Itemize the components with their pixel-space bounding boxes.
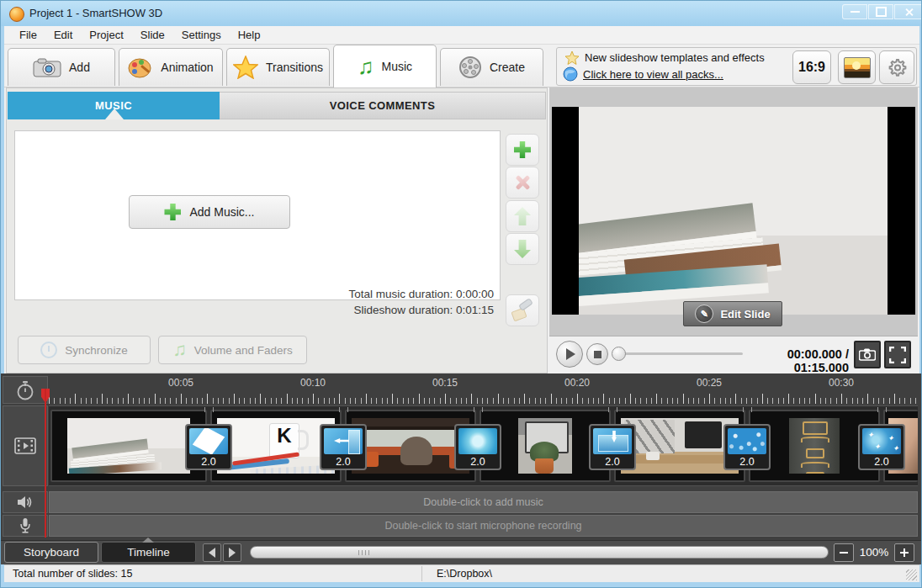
tab-transitions[interactable]: Transitions <box>226 48 330 86</box>
menu-project[interactable]: Project <box>81 27 131 43</box>
tab-create[interactable]: Create <box>440 48 543 86</box>
note-icon: ♫ <box>172 341 187 359</box>
tab-voice-comments[interactable]: VOICE COMMENTS <box>220 92 546 119</box>
status-divider <box>421 566 422 581</box>
tab-music[interactable]: ♫ Music <box>333 45 437 87</box>
ruler-label: 00:15 <box>432 377 458 389</box>
gear-icon <box>886 56 908 78</box>
tab-create-label: Create <box>490 61 525 74</box>
play-button[interactable] <box>556 341 583 368</box>
slide-junction-handle[interactable] <box>608 407 617 412</box>
window-title: Project 1 - SmartSHOW 3D <box>29 7 162 19</box>
transition-badge[interactable]: 2.0 <box>589 424 636 470</box>
scroll-right-button[interactable] <box>223 543 241 562</box>
arrow-down-icon <box>514 240 531 258</box>
stop-button[interactable] <box>586 343 608 365</box>
mic-track[interactable]: Double-click to start microphone recordi… <box>49 515 918 537</box>
ruler-minor-ticks <box>49 398 918 404</box>
menu-slide[interactable]: Slide <box>132 27 173 43</box>
add-music-button[interactable]: Add Music... <box>129 195 290 229</box>
add-track-button[interactable] <box>506 134 539 166</box>
right-arrow-icon <box>229 548 236 558</box>
transition-badge[interactable]: 2.0 <box>185 424 232 470</box>
music-track[interactable]: Double-click to add music <box>49 491 918 513</box>
pencil-icon: ✎ <box>695 305 713 323</box>
ruler-label: 00:25 <box>697 377 722 389</box>
menu-edit[interactable]: Edit <box>45 27 81 43</box>
title-bar[interactable]: Project 1 - SmartSHOW 3D <box>1 1 922 26</box>
promo-headline: New slideshow templates and effects <box>585 51 765 64</box>
slide-junction-handle[interactable] <box>339 407 348 412</box>
transition-badge[interactable]: 2.0 <box>723 424 771 470</box>
fullscreen-button[interactable] <box>884 341 911 368</box>
transition-badge[interactable]: 2.0 <box>320 424 367 470</box>
storyboard-button[interactable]: Storyboard <box>4 542 98 563</box>
play-icon <box>566 348 575 360</box>
menu-file[interactable]: File <box>11 27 45 43</box>
clock-icon <box>40 342 57 358</box>
palette-icon <box>128 56 153 78</box>
edit-slide-label: Edit Slide <box>720 308 770 320</box>
minimize-button[interactable] <box>842 4 867 19</box>
transition-duration: 2.0 <box>321 456 365 468</box>
maximize-button[interactable] <box>868 4 893 19</box>
snapshot-button[interactable] <box>854 341 881 368</box>
transition-badge[interactable]: 2.0 <box>454 424 501 470</box>
slide-junction-handle[interactable] <box>474 407 483 412</box>
aspect-ratio-button[interactable]: 16:9 <box>792 50 831 84</box>
move-down-button[interactable] <box>506 233 539 265</box>
background-image-button[interactable] <box>838 50 876 84</box>
music-track-hint: Double-click to add music <box>423 496 543 508</box>
tab-animation-label: Animation <box>161 61 213 74</box>
zoom-in-button[interactable] <box>894 543 914 562</box>
mic-track-header <box>3 515 48 537</box>
timeline-button[interactable]: Timeline <box>101 542 196 563</box>
edit-slide-button[interactable]: ✎ Edit Slide <box>683 301 782 326</box>
slideshow-duration: Slideshow duration: 0:01:15 <box>292 304 494 316</box>
slide-junction-handle[interactable] <box>204 407 214 412</box>
speaker-icon <box>17 495 34 509</box>
storyboard-label: Storyboard <box>24 546 79 559</box>
scroll-left-button[interactable] <box>203 543 221 562</box>
scrollbar-grip <box>358 550 369 555</box>
menu-bar: File Edit Project Slide Settings Help <box>4 26 919 45</box>
aspect-ratio-label: 16:9 <box>798 60 825 75</box>
arrow-up-icon <box>514 207 531 225</box>
slide-junction-handle[interactable] <box>877 407 887 412</box>
plus-icon <box>514 141 531 158</box>
seek-slider-thumb[interactable] <box>612 347 626 361</box>
timeline-slide[interactable] <box>50 410 207 482</box>
resize-grip[interactable] <box>906 569 917 580</box>
move-up-button[interactable] <box>506 200 539 232</box>
globe-icon <box>563 66 578 82</box>
minimize-icon <box>850 11 860 13</box>
volume-faders-button[interactable]: ♫ Volume and Faders <box>158 336 307 364</box>
left-arrow-icon <box>209 548 215 558</box>
active-view-notch <box>142 538 154 543</box>
mic-track-hint: Double-click to start microphone recordi… <box>384 520 581 532</box>
menu-settings[interactable]: Settings <box>173 27 230 43</box>
tab-music-label: Music <box>381 60 412 73</box>
transition-duration: 2.0 <box>860 456 903 468</box>
snapshot-camera-icon <box>859 348 876 361</box>
tab-animation[interactable]: Animation <box>119 48 223 86</box>
seek-slider-track[interactable] <box>618 352 743 355</box>
timeline-scrollbar[interactable] <box>250 546 829 559</box>
clear-button[interactable] <box>506 294 539 326</box>
transition-duration: 2.0 <box>187 456 231 468</box>
app-icon <box>9 7 24 22</box>
promo-link[interactable]: Click here to view all packs... <box>583 68 723 81</box>
slide-junction-handle[interactable] <box>743 407 752 412</box>
ruler-label: 00:05 <box>168 377 193 389</box>
film-reel-icon <box>458 56 482 79</box>
tab-add[interactable]: Add <box>8 48 115 86</box>
ruler-track-header <box>3 376 48 404</box>
menu-help[interactable]: Help <box>230 27 269 43</box>
transition-badge[interactable]: ✦✦✦✦ 2.0 <box>858 424 905 470</box>
close-button[interactable] <box>894 4 922 19</box>
zoom-out-button[interactable] <box>834 543 854 562</box>
synchronize-button[interactable]: Synchronize <box>18 336 151 364</box>
settings-button[interactable] <box>879 50 914 84</box>
delete-track-button[interactable] <box>506 167 539 199</box>
transition-sparkle-icon: ✦✦✦✦ <box>862 428 901 454</box>
